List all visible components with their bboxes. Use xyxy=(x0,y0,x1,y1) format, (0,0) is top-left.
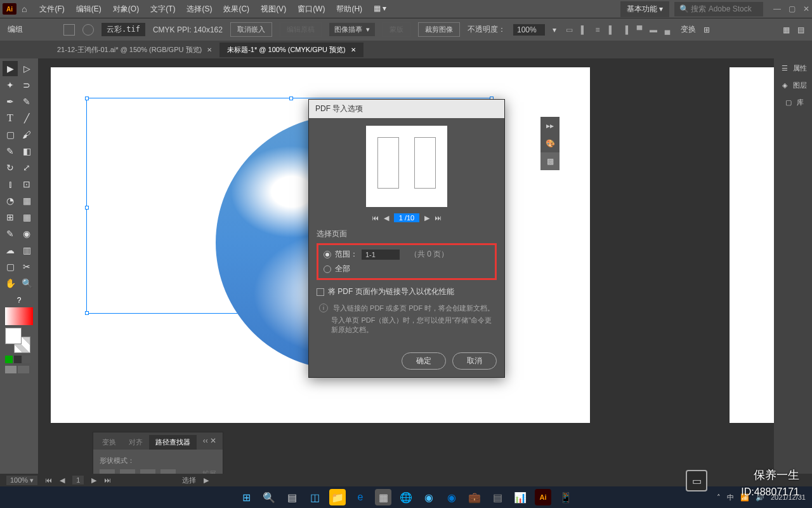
color-mode-sw[interactable] xyxy=(23,356,30,363)
tray-expand-icon[interactable]: ˄ xyxy=(717,493,721,502)
explorer-icon[interactable]: 📁 xyxy=(329,489,346,505)
tab-align[interactable]: 对齐 xyxy=(122,435,149,450)
align-icon[interactable]: ▬ xyxy=(648,24,659,36)
artboard-nav-input[interactable]: 1 xyxy=(72,476,84,485)
menu-help[interactable]: 帮助(H) xyxy=(331,1,367,17)
all-radio[interactable] xyxy=(324,265,331,273)
rect-tool[interactable]: ▢ xyxy=(3,127,18,142)
nav-prev-icon[interactable]: ◀ xyxy=(60,476,65,485)
eraser-tool[interactable]: ◧ xyxy=(19,144,34,159)
color-picker[interactable]: ? xyxy=(3,296,36,376)
wand-tool[interactable]: ✦ xyxy=(3,77,18,93)
nav-first-icon[interactable]: ⏮ xyxy=(45,476,52,484)
search-input[interactable]: 🔍 搜索 Adobe Stock xyxy=(674,2,763,17)
graph-tool[interactable]: ▥ xyxy=(19,243,34,258)
selection-tool[interactable]: ▶ xyxy=(3,61,18,76)
perspective-tool[interactable]: ▦ xyxy=(19,193,34,208)
screen-mode[interactable] xyxy=(18,366,29,373)
app-icon[interactable]: 📊 xyxy=(512,489,528,505)
app-icon[interactable]: 💼 xyxy=(466,489,483,505)
next-page-icon[interactable]: ▶ xyxy=(424,214,429,222)
panel-icon[interactable]: ▤ xyxy=(797,25,804,34)
slice-tool[interactable]: ✂ xyxy=(19,259,34,274)
ok-button[interactable]: 确定 xyxy=(402,352,446,370)
menu-select[interactable]: 选择(S) xyxy=(181,1,217,17)
ime-icon[interactable]: 中 xyxy=(727,493,734,502)
menu-object[interactable]: 对象(O) xyxy=(108,1,144,17)
minimize-icon[interactable]: — xyxy=(773,4,781,13)
type-tool[interactable]: T xyxy=(3,110,18,126)
align-icon[interactable]: ▌ xyxy=(606,24,617,36)
taskview-icon[interactable]: ▤ xyxy=(284,489,300,505)
range-input[interactable]: 1-1 xyxy=(362,250,400,260)
search-icon[interactable]: 🔍 xyxy=(261,489,277,505)
tab-close-icon[interactable]: ✕ xyxy=(207,46,212,53)
image-trace-dropdown[interactable]: 图像描摹 ▾ xyxy=(329,23,375,36)
close-icon[interactable]: ✕ xyxy=(803,4,809,13)
menu-window[interactable]: 窗口(W) xyxy=(292,1,330,17)
app-icon[interactable]: ▦ xyxy=(375,489,391,505)
tab-transform[interactable]: 变换 xyxy=(96,435,122,450)
hand-tool[interactable]: ✋ xyxy=(3,276,18,291)
align-icon[interactable]: ▐ xyxy=(620,24,631,36)
pen-tool[interactable]: ✒ xyxy=(3,94,18,109)
start-icon[interactable]: ⊞ xyxy=(238,489,254,505)
menu-effect[interactable]: 效果(C) xyxy=(218,1,254,17)
widgets-icon[interactable]: ◫ xyxy=(306,489,323,505)
opacity-input[interactable]: 100% xyxy=(513,24,545,36)
app-logo[interactable]: Ai xyxy=(3,3,16,15)
color-mode-sw[interactable] xyxy=(5,356,13,363)
transform-icon[interactable]: ⊞ xyxy=(704,25,710,34)
range-radio[interactable] xyxy=(324,251,331,258)
menu-edit[interactable]: 编辑(E) xyxy=(71,1,107,17)
screen-mode[interactable] xyxy=(5,366,16,373)
gradient-swatch[interactable] xyxy=(5,307,33,325)
align-icon[interactable]: ≡ xyxy=(592,24,603,36)
workspace-switcher[interactable]: 基本功能 ▾ xyxy=(620,1,669,17)
width-tool[interactable]: ⫿ xyxy=(3,177,18,192)
menu-grid-icon[interactable]: ▦ ▾ xyxy=(369,1,391,17)
chrome-icon[interactable]: 🌐 xyxy=(398,489,414,505)
cancel-button[interactable]: 取消 xyxy=(452,352,497,370)
mesh-tool[interactable]: ⊞ xyxy=(3,210,18,225)
zoom-tool[interactable]: 🔍 xyxy=(19,276,34,291)
transform-label[interactable]: 变换 xyxy=(681,24,696,35)
doc-tab-2[interactable]: 未标题-1* @ 100% (CMYK/GPU 预览)✕ xyxy=(219,43,363,57)
properties-panel-tab[interactable]: ☰属性 xyxy=(779,64,807,73)
floating-color-panel[interactable]: ▸▸ 🎨 ▩ xyxy=(540,117,560,170)
symbol-tool[interactable]: ☁ xyxy=(3,243,18,258)
align-icon[interactable]: ▭ xyxy=(564,24,575,36)
curvature-tool[interactable]: ✎ xyxy=(19,94,34,109)
doc-tab-1[interactable]: 21-12-王鸿伟-01.ai* @ 150% (RGB/GPU 预览)✕ xyxy=(49,43,219,57)
brush-tool[interactable]: 🖌 xyxy=(19,127,34,142)
color-mode-sw[interactable] xyxy=(14,356,22,363)
unite-icon[interactable]: ◪ xyxy=(100,469,115,474)
app-icon[interactable]: ◉ xyxy=(443,489,460,505)
zoom-select[interactable]: 100% ▾ xyxy=(6,476,37,485)
page-input[interactable]: 1 /10 xyxy=(394,213,419,222)
menu-file[interactable]: 文件(F) xyxy=(34,1,69,17)
direct-select-tool[interactable]: ▷ xyxy=(19,61,34,76)
tab-pathfinder[interactable]: 路径查找器 xyxy=(149,435,197,450)
home-icon[interactable]: ⌂ xyxy=(22,4,27,14)
panel-menu-icon[interactable]: ▸▸ xyxy=(540,117,560,135)
free-transform-tool[interactable]: ⊡ xyxy=(19,177,34,192)
gradient-tool[interactable]: ▦ xyxy=(19,210,34,225)
align-icon[interactable]: ▀ xyxy=(634,24,645,36)
app-icon[interactable]: ◉ xyxy=(421,489,437,505)
app-icon[interactable]: 📱 xyxy=(558,489,574,505)
line-tool[interactable]: ╱ xyxy=(19,110,34,126)
nav-last-icon[interactable]: ⏭ xyxy=(104,476,111,484)
illustrator-icon[interactable]: Ai xyxy=(535,489,551,505)
libraries-panel-tab[interactable]: ▢库 xyxy=(783,98,804,107)
menu-type[interactable]: 文字(T) xyxy=(145,1,180,17)
align-icon[interactable]: ▌ xyxy=(578,24,589,36)
shape-builder-tool[interactable]: ◔ xyxy=(3,193,18,208)
ctrl-icon-2[interactable] xyxy=(82,24,94,36)
exclude-icon[interactable]: ▣ xyxy=(160,469,176,474)
layers-panel-tab[interactable]: ◈图层 xyxy=(779,81,807,90)
ctrl-icon-1[interactable] xyxy=(63,24,75,36)
rotate-tool[interactable]: ↻ xyxy=(3,160,18,175)
pathfinder-panel[interactable]: 变换 对齐 路径查找器 ‹‹ ✕ 形状模式： ◪ ◩ ◫ ▣ 扩展 路径查找器：… xyxy=(93,432,223,474)
lasso-tool[interactable]: ⊃ xyxy=(19,77,34,93)
